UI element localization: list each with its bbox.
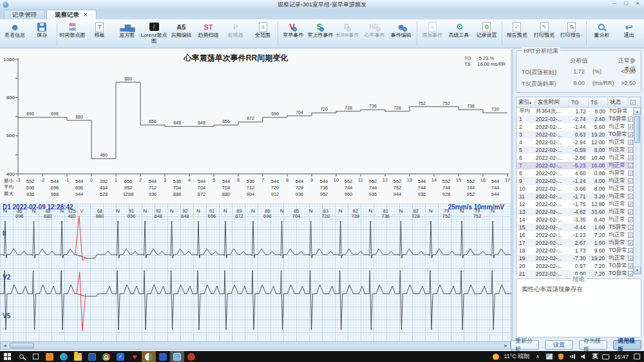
column-header-1[interactable]: 发生时间 [536, 97, 569, 107]
row-checkbox[interactable]: ✓ [628, 117, 633, 122]
event-edit-button[interactable]: ☻事件编辑· [388, 21, 415, 47]
column-header-3[interactable]: TS [589, 97, 608, 107]
rrhr-button[interactable]: RRHR时间散点图 [59, 21, 86, 47]
table-row[interactable]: 172022-02-...2.671.60均异常✓ [516, 239, 633, 247]
row-checkbox[interactable]: ✓ [628, 263, 633, 269]
taskbar-search[interactable] [14, 351, 28, 362]
ime-indicator[interactable]: 英 [592, 352, 598, 361]
row-checkbox[interactable]: ✓ [628, 240, 633, 245]
table-row[interactable]: 72022-02-...-5.2316.00均正常✓ [516, 162, 633, 169]
scrollbar-thumb[interactable] [634, 116, 640, 143]
save-button[interactable]: 保存 [28, 21, 55, 47]
row-checkbox[interactable]: ✓ [628, 186, 633, 191]
table-row[interactable]: 182022-02-...1.739.60TO异常✓ [516, 247, 633, 254]
tab-close-icon[interactable]: ✕ [83, 12, 88, 18]
row-checkbox[interactable]: ✓ [628, 271, 633, 276]
tools-button[interactable]: ⚙高级工具· [446, 21, 473, 47]
s-event-button[interactable]: S室上性事件 [307, 21, 334, 47]
scroll-right-icon[interactable]: ► [502, 342, 510, 349]
af-edit-button[interactable]: A5房颤编辑 [167, 21, 194, 47]
blue-tile-app-taskbar-icon[interactable] [85, 351, 99, 362]
heart-app-taskbar-icon[interactable]: ♥ [128, 351, 142, 362]
table-row[interactable]: 142022-02-...-3.356.40均正常✓ [516, 216, 633, 224]
table-row[interactable]: 152022-02-...-4.441.60TS异常✓ [516, 224, 633, 231]
settings-button[interactable]: 设置 [545, 340, 573, 350]
row-checkbox[interactable]: ✓ [628, 140, 633, 145]
row-checkbox[interactable]: ✓ [628, 178, 633, 184]
patient-button[interactable]: ☻患者信息 [1, 21, 28, 47]
notification-icon[interactable] [633, 354, 640, 359]
row-checkbox[interactable]: ✓ [628, 202, 633, 207]
lorenz-button[interactable]: /Lorenz散点图 [140, 21, 167, 47]
row-checkbox[interactable]: ✓ [628, 194, 633, 199]
tab-record-manage[interactable]: 记录管理 [4, 10, 45, 19]
edge-taskbar-icon[interactable] [57, 351, 71, 362]
maximize-icon[interactable]: ☐ [622, 1, 630, 6]
report-preview-button[interactable]: ✓报告预览 [504, 21, 531, 47]
green-circle-app-taskbar-icon[interactable] [142, 351, 156, 362]
table-vertical-scrollbar[interactable]: ▲ ▼ [633, 108, 641, 274]
volume-icon[interactable] [580, 354, 587, 359]
table-row[interactable]: 192022-02-...-7.3019.20均正常✓ [516, 254, 633, 262]
template-button[interactable]: T模板 [86, 21, 113, 47]
ecg-horizontal-scrollbar[interactable]: ◄ ► [0, 341, 511, 350]
remote-desktop-app-taskbar-icon[interactable] [170, 351, 184, 362]
table-row[interactable]: 92022-02-...-1.244.00均正常✓ [516, 177, 633, 185]
table-row[interactable]: 52022-02-...-0.598.00均正常✓ [516, 146, 633, 154]
scroll-down-icon[interactable]: ▼ [634, 267, 641, 274]
task-view-button[interactable] [28, 351, 43, 362]
row-checkbox[interactable]: ✓ [628, 124, 633, 129]
table-row[interactable]: 22022-02-...-1.445.60均正常✓ [516, 123, 633, 131]
ecg-strip[interactable]: D1 2022-02-09 12:28:42 25mm/s 10mm/mV II… [0, 204, 511, 341]
row-checkbox[interactable]: ✓ [628, 256, 633, 261]
table-row[interactable]: 12022-02-...-2.742.40TS异常✓ [516, 115, 633, 123]
image-tray-icon[interactable] [545, 354, 553, 359]
scroll-up-icon[interactable]: ▲ [634, 108, 641, 115]
table-row[interactable]: 122022-02-...-1.7512.80均正常✓ [516, 200, 633, 208]
reanalyze-button[interactable]: 重新分析 [511, 340, 539, 350]
column-header-2[interactable]: TO [569, 97, 589, 107]
check-app-taskbar-icon[interactable]: ✓ [113, 351, 128, 362]
row-checkbox[interactable]: ✓ [628, 163, 633, 168]
trend-button[interactable]: ST趋势扫描 [194, 21, 222, 47]
table-row[interactable]: 112022-02-...-1.713.20均正常✓ [516, 193, 633, 200]
row-checkbox[interactable]: ✓ [628, 155, 633, 160]
fullrange-button[interactable]: ≡全范围 [249, 21, 276, 47]
row-checkbox[interactable]: ✓ [628, 248, 633, 253]
tab-observe-record[interactable]: 观察记录✕ [46, 10, 97, 19]
search-app-taskbar-icon[interactable] [43, 351, 57, 362]
network-icon[interactable] [569, 354, 576, 359]
table-row[interactable]: 132022-02-...-4.8233.60均正常✓ [516, 208, 633, 216]
row-checkbox[interactable]: ✓ [628, 132, 633, 137]
row-checkbox[interactable]: ✓ [628, 171, 633, 176]
row-checkbox[interactable]: ✓ [628, 209, 633, 214]
load-template-button[interactable]: 调用模板 [613, 340, 641, 350]
histogram-button[interactable]: ▃▆▄直方图 [113, 21, 140, 47]
table-row[interactable]: 32022-02-...0.6319.20TO异常✓ [516, 131, 633, 138]
row-checkbox[interactable]: ✓ [628, 233, 633, 238]
weather-sun-icon[interactable] [493, 354, 500, 360]
v-event-button[interactable]: V室早事件 [279, 21, 307, 47]
chevron-up-icon[interactable]: ∧ [534, 354, 541, 359]
table-row[interactable]: 202022-02-...0.577.20TO异常✓ [516, 262, 633, 270]
chrome-taskbar-icon[interactable] [99, 351, 113, 362]
select-all-checkbox[interactable]: ✓ [630, 100, 636, 105]
table-row[interactable]: 62022-02-...-2.8610.40均正常✓ [516, 154, 633, 162]
navy-tile-app-taskbar-icon[interactable] [156, 351, 170, 362]
table-row[interactable]: 162022-02-...-1.237.20均正常✓ [516, 231, 633, 239]
security-shield-icon[interactable] [557, 354, 564, 360]
table-row[interactable]: 102022-02-...-3.668.00均正常✓ [516, 185, 633, 193]
print-preview-button[interactable]: ✎打印预览 [531, 21, 558, 47]
file-explorer-taskbar-icon[interactable] [71, 351, 85, 362]
red-app-taskbar-icon[interactable] [184, 351, 198, 362]
close-icon[interactable]: ✕ [634, 1, 641, 6]
weather-widget[interactable]: 11°C 晴朗 [504, 352, 530, 361]
row-checkbox[interactable]: ✓ [628, 148, 633, 153]
minimize-icon[interactable]: ─ [611, 1, 618, 6]
reanalyze-button[interactable]: 重分析 [588, 21, 615, 47]
table-row[interactable]: 82022-02-...4.600.80均异常✓ [516, 169, 633, 177]
table-row-average[interactable]: 平均共364次...1.728.00TO异常 [516, 108, 633, 115]
row-checkbox[interactable]: ✓ [628, 217, 633, 222]
column-header-0[interactable]: 索引 ▴ [516, 97, 536, 107]
settings-button[interactable]: ⚙记录设置 [473, 21, 500, 47]
